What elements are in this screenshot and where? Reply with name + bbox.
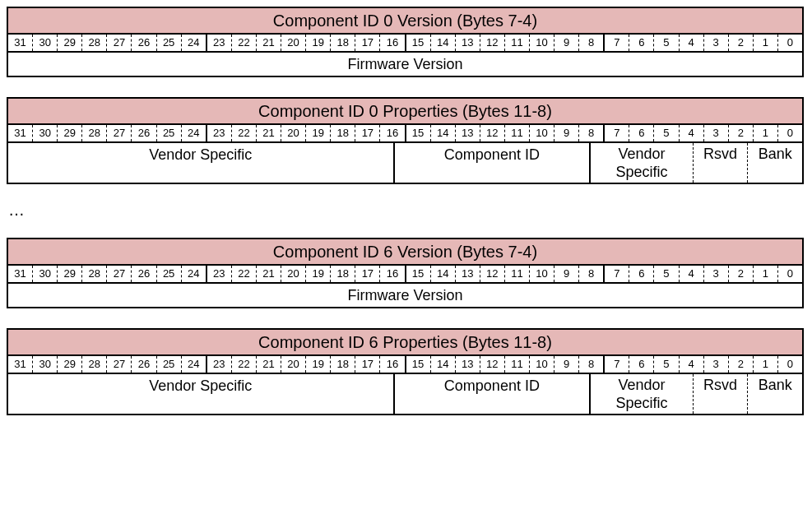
bit-index: 6: [629, 356, 653, 373]
bit-index: 13: [455, 266, 480, 282]
byte-group: 2322212019181716: [206, 35, 405, 51]
bit-index-row: 3130292827262524232221201918171615141312…: [8, 356, 802, 373]
register-title: Component ID 6 Properties (Bytes 11-8): [8, 330, 802, 356]
bit-index: 26: [131, 35, 155, 51]
bit-index: 27: [106, 266, 131, 282]
bit-index: 17: [355, 35, 379, 51]
bit-index: 16: [379, 266, 404, 282]
bit-index: 1: [753, 35, 777, 51]
bit-index: 24: [181, 266, 206, 282]
bit-index: 3: [703, 125, 728, 141]
bit-index: 19: [305, 125, 330, 141]
bit-index: 19: [305, 35, 330, 51]
bit-index: 28: [81, 266, 106, 282]
bit-index: 20: [281, 356, 305, 373]
bit-index: 13: [455, 125, 480, 141]
bit-index: 8: [578, 125, 603, 141]
register-field: Bank: [747, 374, 802, 414]
register-title: Component ID 0 Version (Bytes 7-4): [8, 8, 802, 35]
bit-index: 28: [81, 35, 106, 51]
bit-index: 17: [355, 125, 379, 141]
bit-index: 0: [777, 125, 802, 141]
bit-index: 21: [256, 35, 281, 51]
bit-index: 29: [57, 125, 81, 141]
bit-index: 23: [207, 35, 231, 51]
bit-index: 11: [504, 356, 529, 373]
bit-index: 30: [32, 356, 57, 373]
field-row: Firmware Version: [8, 51, 802, 76]
bit-index: 17: [355, 266, 379, 282]
bit-index: 31: [8, 35, 32, 51]
bit-index: 12: [480, 35, 504, 51]
bit-index: 2: [728, 35, 753, 51]
bit-index: 16: [379, 35, 404, 51]
bit-index: 8: [578, 356, 603, 373]
field-row: Vendor SpecificComponent IDVendorSpecifi…: [8, 141, 802, 183]
byte-group: 76543210: [603, 35, 802, 51]
bit-index: 27: [106, 125, 131, 141]
bit-index: 17: [355, 356, 379, 373]
bit-index: 23: [207, 125, 231, 141]
bit-index: 2: [728, 356, 753, 373]
bit-index: 6: [629, 125, 653, 141]
bit-index: 21: [256, 356, 281, 373]
register-title: Component ID 0 Properties (Bytes 11-8): [8, 99, 802, 125]
bit-index: 3: [703, 266, 728, 282]
bit-index: 18: [330, 35, 355, 51]
bit-index: 28: [81, 356, 106, 373]
bit-index: 12: [480, 266, 504, 282]
bit-index: 29: [57, 266, 81, 282]
bit-index: 10: [529, 266, 554, 282]
bit-index: 21: [256, 125, 281, 141]
bit-index: 9: [554, 35, 578, 51]
register-title: Component ID 6 Version (Bytes 7-4): [8, 239, 802, 266]
bit-index: 8: [578, 35, 603, 51]
bit-index: 10: [529, 125, 554, 141]
bit-index: 12: [480, 356, 504, 373]
bit-index: 3: [703, 35, 728, 51]
field-row: Firmware Version: [8, 282, 802, 307]
bit-index: 14: [430, 356, 455, 373]
register-field: VendorSpecific: [589, 374, 692, 414]
bit-index: 18: [330, 356, 355, 373]
byte-group: 76543210: [603, 266, 802, 282]
register-block: Component ID 6 Properties (Bytes 11-8)31…: [7, 328, 804, 415]
register-field: Rsvd: [693, 374, 748, 414]
byte-group: 3130292827262524: [8, 35, 206, 51]
bit-index: 20: [281, 125, 305, 141]
bit-index: 24: [181, 356, 206, 373]
register-field: Component ID: [393, 374, 590, 414]
bit-index: 25: [156, 266, 181, 282]
bit-index: 2: [728, 266, 753, 282]
bit-index: 7: [605, 125, 629, 141]
byte-group: 15141312111098: [405, 35, 604, 51]
byte-group: 2322212019181716: [206, 356, 405, 373]
bit-index: 28: [81, 125, 106, 141]
bit-index: 27: [106, 35, 131, 51]
bit-index: 18: [330, 125, 355, 141]
bit-index: 25: [156, 356, 181, 373]
bit-index: 29: [57, 35, 81, 51]
register-block: Component ID 0 Version (Bytes 7-4)313029…: [7, 7, 804, 77]
field-row: Vendor SpecificComponent IDVendorSpecifi…: [8, 373, 802, 414]
register-field: Component ID: [393, 143, 590, 183]
byte-group: 76543210: [603, 125, 802, 141]
bit-index: 23: [207, 266, 231, 282]
bit-index: 7: [605, 266, 629, 282]
bit-index: 31: [8, 356, 32, 373]
bit-index-row: 3130292827262524232221201918171615141312…: [8, 266, 802, 282]
byte-group: 2322212019181716: [206, 125, 405, 141]
bit-index: 5: [653, 356, 678, 373]
bit-index: 14: [430, 35, 455, 51]
register-field: Bank: [747, 143, 802, 183]
bit-index: 5: [653, 35, 678, 51]
bit-index: 26: [131, 125, 155, 141]
byte-group: 15141312111098: [405, 266, 604, 282]
byte-group: 3130292827262524: [8, 125, 206, 141]
bit-index: 4: [679, 266, 703, 282]
bit-index: 18: [330, 266, 355, 282]
bit-index: 14: [430, 125, 455, 141]
register-field: Rsvd: [693, 143, 748, 183]
bit-index: 26: [131, 356, 155, 373]
bit-index: 9: [554, 356, 578, 373]
